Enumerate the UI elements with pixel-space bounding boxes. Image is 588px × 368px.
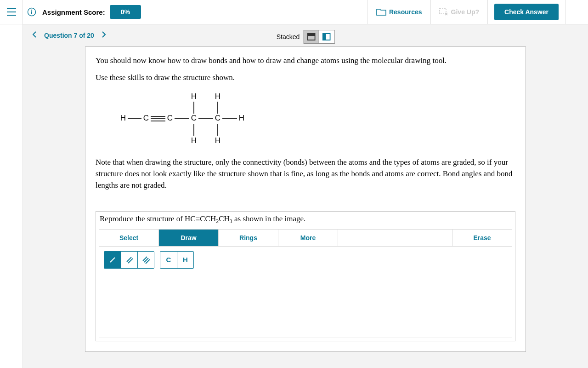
split-view-icon bbox=[322, 33, 331, 40]
double-bond-button[interactable] bbox=[121, 252, 137, 268]
next-question-button[interactable] bbox=[99, 31, 109, 40]
question-intro-1: You should now know how to draw bonds an… bbox=[96, 55, 515, 67]
info-button[interactable] bbox=[23, 7, 40, 17]
folder-icon bbox=[376, 8, 386, 16]
atom-label: H bbox=[191, 137, 197, 145]
give-up-label: Give Up? bbox=[451, 8, 479, 16]
atom-label: C bbox=[215, 114, 220, 123]
question-note: Note that when drawing the structure, on… bbox=[96, 157, 515, 191]
question-pane: You should now know how to draw bonds an… bbox=[85, 46, 526, 352]
resources-label: Resources bbox=[389, 8, 422, 16]
prev-question-button[interactable] bbox=[29, 31, 40, 40]
tab-select[interactable]: Select bbox=[99, 230, 159, 246]
triple-bond-icon bbox=[142, 256, 150, 264]
atom-label: H bbox=[120, 114, 126, 123]
tab-draw[interactable]: Draw bbox=[159, 230, 219, 246]
molecular-draw-widget: Reproduce the structure of HC≡CCH2CH3 as… bbox=[96, 211, 515, 341]
give-up-button: Give Up? bbox=[430, 0, 487, 24]
single-bond-icon bbox=[109, 256, 116, 264]
molecule-structure-image: H C C C C H bbox=[114, 89, 515, 150]
bond-buttons bbox=[104, 251, 154, 269]
top-bar-right: Resources Give Up? Check Answer bbox=[368, 0, 588, 24]
give-up-icon bbox=[439, 8, 448, 16]
svg-rect-5 bbox=[307, 34, 315, 36]
info-icon bbox=[27, 7, 36, 17]
atom-label: H bbox=[191, 92, 197, 101]
draw-prompt: Reproduce the structure of HC≡CCH2CH3 as… bbox=[96, 212, 515, 229]
chevron-right-icon bbox=[102, 31, 106, 38]
menu-button[interactable] bbox=[0, 0, 23, 24]
score-label: Assignment Score: bbox=[42, 8, 105, 16]
atom-label: C bbox=[191, 114, 197, 123]
svg-rect-2 bbox=[31, 12, 32, 14]
svg-line-19 bbox=[110, 258, 115, 262]
check-answer-button[interactable]: Check Answer bbox=[494, 4, 559, 20]
view-stacked-button[interactable] bbox=[303, 30, 319, 44]
molecule-svg: H C C C C H bbox=[114, 89, 252, 149]
chevron-left-icon bbox=[32, 31, 37, 38]
atom-label: C bbox=[143, 114, 149, 123]
hydrogen-atom-button[interactable]: H bbox=[177, 252, 193, 268]
top-bar: Assignment Score: 0% Resources Give Up? … bbox=[0, 0, 588, 24]
left-gutter bbox=[0, 24, 23, 368]
tab-erase[interactable]: Erase bbox=[452, 230, 512, 246]
carbon-atom-button[interactable]: C bbox=[160, 252, 177, 268]
content-area: Question 7 of 20 Stacked You should now … bbox=[23, 24, 588, 368]
svg-rect-7 bbox=[323, 34, 326, 40]
tool-row: C H bbox=[99, 247, 512, 273]
top-bar-left: Assignment Score: 0% bbox=[0, 0, 368, 24]
triple-bond-button[interactable] bbox=[137, 252, 154, 268]
top-bar-endcap bbox=[565, 0, 588, 24]
question-counter: Question 7 of 20 bbox=[40, 32, 99, 39]
view-toggle: Stacked bbox=[277, 30, 335, 44]
tab-rings[interactable]: Rings bbox=[219, 230, 278, 246]
score-value: 0% bbox=[110, 5, 141, 19]
hamburger-icon bbox=[7, 8, 16, 16]
atom-label: H bbox=[215, 92, 220, 101]
atom-label: H bbox=[239, 114, 244, 123]
tool-tabs: Select Draw Rings More Erase bbox=[99, 230, 512, 247]
double-bond-icon bbox=[126, 256, 133, 264]
atom-buttons: C H bbox=[160, 251, 194, 269]
atom-label: C bbox=[167, 114, 173, 123]
stacked-view-icon bbox=[307, 33, 315, 40]
question-intro-2: Use these skills to draw the structure s… bbox=[96, 72, 515, 84]
main-area: Question 7 of 20 Stacked You should now … bbox=[0, 24, 588, 368]
view-split-button[interactable] bbox=[319, 30, 334, 44]
view-toggle-label: Stacked bbox=[277, 33, 300, 40]
tab-more[interactable]: More bbox=[278, 230, 338, 246]
single-bond-button[interactable] bbox=[104, 252, 121, 268]
draw-body: Select Draw Rings More Erase bbox=[99, 229, 512, 338]
resources-button[interactable]: Resources bbox=[368, 0, 430, 24]
atom-label: H bbox=[215, 137, 220, 145]
draw-canvas[interactable] bbox=[99, 273, 512, 338]
svg-point-1 bbox=[31, 10, 32, 11]
